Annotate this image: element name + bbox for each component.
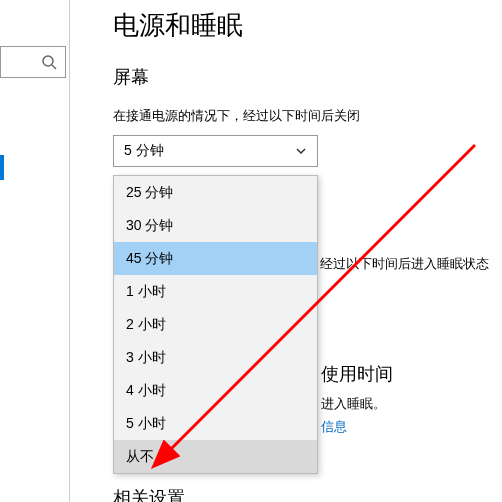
dropdown-option[interactable]: 2 小时 [114, 308, 317, 341]
dropdown-option[interactable]: 30 分钟 [114, 209, 317, 242]
dropdown-option[interactable]: 3 小时 [114, 341, 317, 374]
dropdown-option[interactable]: 25 分钟 [114, 176, 317, 209]
section-screen-title: 屏幕 [113, 65, 502, 89]
nav-selection-indicator [0, 155, 4, 180]
dropdown-option[interactable]: 4 小时 [114, 374, 317, 407]
sleep-label-partial: 经过以下时间后进入睡眠状态 [320, 255, 489, 273]
svg-point-0 [43, 56, 53, 66]
left-nav-rail [0, 0, 70, 502]
chevron-down-icon [295, 145, 307, 157]
page-title: 电源和睡眠 [113, 8, 502, 43]
main-content: 电源和睡眠 屏幕 在接通电源的情况下，经过以下时间后关闭 5 分钟 [113, 0, 502, 195]
screen-off-combo[interactable]: 5 分钟 [113, 135, 318, 167]
related-settings-heading: 相关设置 [113, 486, 185, 502]
combo-value: 5 分钟 [124, 142, 164, 160]
dropdown-option[interactable]: 45 分钟 [114, 242, 317, 275]
dropdown-option[interactable]: 从不 [114, 440, 317, 473]
search-icon [41, 54, 57, 70]
more-info-link-partial[interactable]: 信息 [321, 418, 347, 436]
dropdown-list[interactable]: 25 分钟30 分钟45 分钟1 小时2 小时3 小时4 小时5 小时从不 [113, 175, 318, 474]
save-energy-heading-partial: 使用时间 [321, 362, 393, 386]
svg-line-1 [52, 65, 56, 69]
screen-off-label: 在接通电源的情况下，经过以下时间后关闭 [113, 107, 502, 125]
dropdown-option[interactable]: 5 小时 [114, 407, 317, 440]
save-energy-text-partial: 进入睡眠。 [321, 395, 386, 413]
search-input[interactable] [0, 46, 66, 78]
dropdown-option[interactable]: 1 小时 [114, 275, 317, 308]
